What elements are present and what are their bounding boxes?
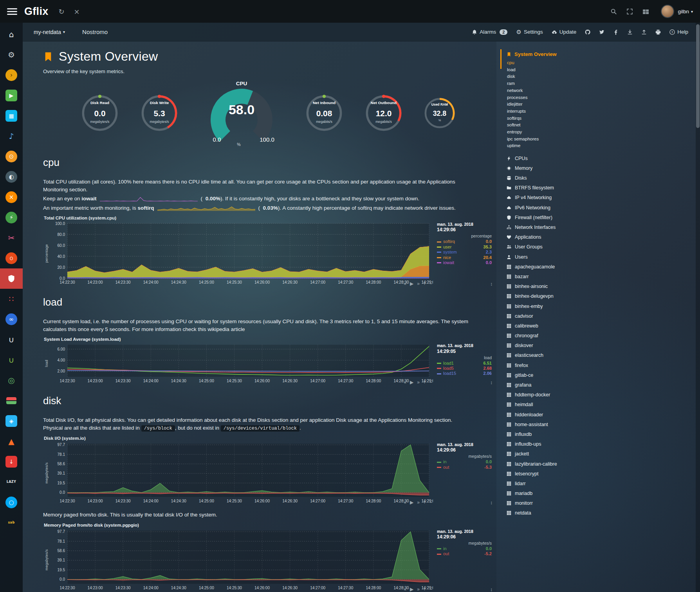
sidebar-app-heimdall-app[interactable]: ◈ xyxy=(0,411,23,431)
menu-item-uptime[interactable]: uptime xyxy=(507,142,592,149)
sidebar-app-search-app[interactable]: ⊙ xyxy=(0,146,23,167)
update-button[interactable]: Update xyxy=(552,29,577,35)
chart-play-button[interactable]: ▶ xyxy=(410,587,413,592)
menu-app-grafana[interactable]: grafana xyxy=(506,380,592,390)
sidebar-app-plex[interactable]: › xyxy=(0,65,23,85)
sidebar-app-app-u-green[interactable]: ∪ xyxy=(0,350,23,370)
menu-app-home-assistant[interactable]: home-assistant xyxy=(506,419,592,429)
menu-app-lidarr[interactable]: lidarr xyxy=(506,479,592,488)
menu-app-letsencrypt[interactable]: letsencrypt xyxy=(506,469,592,479)
menu-app-hiddenloader[interactable]: hiddenloader xyxy=(506,410,592,419)
sidebar-app-app-drop[interactable]: ○ xyxy=(0,492,23,513)
user-avatar[interactable] xyxy=(661,5,674,18)
menu-section-cpus[interactable]: CPUs xyxy=(506,153,592,163)
close-tab-icon[interactable]: × xyxy=(74,7,80,16)
sidebar-app-app-green-bolt[interactable]: ⚡ xyxy=(0,207,23,228)
menu-section-disks[interactable]: Disks xyxy=(506,173,592,183)
refresh-tab-icon[interactable]: ↻ xyxy=(59,7,65,16)
settings-button[interactable]: ⚙ Settings xyxy=(516,29,543,36)
menu-item-entropy[interactable]: entropy xyxy=(507,129,592,136)
chart-zoom-in-button[interactable]: + xyxy=(423,380,426,385)
sidebar-app-portainer[interactable]: ▦ xyxy=(0,106,23,126)
menu-app-cadvisor[interactable]: cadvisor xyxy=(506,311,592,321)
twitter-link[interactable] xyxy=(599,29,604,35)
chart-pan-back-button[interactable]: « xyxy=(404,281,406,286)
menu-item-disk[interactable]: disk xyxy=(507,73,592,80)
menu-item-network[interactable]: network xyxy=(507,87,592,94)
menu-item-ipc-semaphores[interactable]: ipc semaphores xyxy=(507,136,592,143)
menu-app-influxdb-ups[interactable]: influxdb-ups xyxy=(506,439,592,449)
chart-pan-back-button[interactable]: « xyxy=(404,500,406,505)
menu-app-diskover[interactable]: diskover xyxy=(506,341,592,351)
legend-item-out[interactable]: out-5.2 xyxy=(437,551,492,556)
chart-play-button[interactable]: ▶ xyxy=(410,500,413,505)
chart-plot[interactable]: 14:22:3014:23:0014:23:3014:24:0014:24:30… xyxy=(49,528,433,592)
menu-item-cpu[interactable]: cpu xyxy=(507,59,592,67)
hamburger-menu-button[interactable] xyxy=(7,8,17,15)
menu-item-softirqs[interactable]: softirqs xyxy=(507,115,592,122)
cpu-utilization-chart[interactable]: Total CPU utilization (system.cpu)percen… xyxy=(43,216,493,286)
chart-zoom-out-button[interactable]: − xyxy=(429,281,432,286)
sidebar-app-sabnzbd[interactable]: sab xyxy=(0,513,23,533)
sidebar-app-app-scissors[interactable]: ✂ xyxy=(0,228,23,248)
sidebar-app-app-amber-x[interactable]: × xyxy=(0,187,23,207)
menu-item-interrupts[interactable]: interrupts xyxy=(507,108,592,115)
chart-plot[interactable]: 14:22:3014:23:0014:23:3014:24:0014:24:30… xyxy=(49,221,433,286)
menu-app-monitorr[interactable]: monitorr xyxy=(506,498,592,508)
chart-pan-back-button[interactable]: « xyxy=(404,587,406,592)
menu-item-processes[interactable]: processes xyxy=(507,94,592,101)
alarms-button[interactable]: Alarms 2 xyxy=(472,29,507,35)
legend-item-nice[interactable]: nice20.4 xyxy=(437,255,492,260)
chart-zoom-in-button[interactable]: + xyxy=(423,587,426,592)
menu-section-user-groups[interactable]: User Groups xyxy=(506,242,592,252)
menu-app-binhex-delugevpn[interactable]: binhex-delugevpn xyxy=(506,292,592,301)
user-menu[interactable]: gilbn ▾ xyxy=(678,9,693,14)
menu-app-elasticsearch[interactable]: elasticsearch xyxy=(506,351,592,360)
github-link[interactable] xyxy=(585,29,590,35)
menu-item-ram[interactable]: ram xyxy=(507,80,592,87)
menu-app-binhex-emby[interactable]: binhex-emby xyxy=(506,301,592,311)
chart-pan-forward-button[interactable]: » xyxy=(417,587,420,592)
legend-item-system[interactable]: system2.3 xyxy=(437,250,492,255)
sidebar-app-airsonic[interactable]: ♪ xyxy=(0,126,23,146)
search-icon[interactable] xyxy=(610,8,617,15)
menu-app-firefox[interactable]: firefox xyxy=(506,360,592,370)
print-button[interactable] xyxy=(655,29,661,35)
chart-resize-handle[interactable]: ↕ xyxy=(490,281,493,287)
chart-resize-handle[interactable]: ↕ xyxy=(490,380,493,385)
legend-item-load5[interactable]: load52.68 xyxy=(437,366,492,371)
menu-app-influxdb[interactable]: influxdb xyxy=(506,429,592,439)
chart-pan-back-button[interactable]: « xyxy=(404,380,406,385)
page-scrollbar[interactable] xyxy=(696,23,700,592)
menu-section-applications[interactable]: Applications xyxy=(506,232,592,242)
host-selector-dropdown[interactable]: my-netdata ▾ xyxy=(34,29,65,35)
chart-zoom-out-button[interactable]: − xyxy=(429,500,432,505)
menu-section-users[interactable]: Users xyxy=(506,252,592,262)
menu-app-lazylibrarian-calibre[interactable]: lazylibrarian-calibre xyxy=(506,459,592,469)
chart-zoom-out-button[interactable]: − xyxy=(429,587,432,592)
help-button[interactable]: ? Help xyxy=(669,29,688,35)
import-snapshot-button[interactable] xyxy=(641,29,647,35)
scrollbar-thumb[interactable] xyxy=(696,24,700,128)
sidebar-app-app-u-white[interactable]: ∪ xyxy=(0,329,23,350)
legend-item-softirq[interactable]: softirq0.0 xyxy=(437,239,492,244)
load-average-chart[interactable]: System Load Average (system.load)load14:… xyxy=(43,337,493,385)
chart-pan-forward-button[interactable]: » xyxy=(417,281,420,286)
legend-item-in[interactable]: in0.0 xyxy=(437,546,492,551)
menu-item-softnet[interactable]: softnet xyxy=(507,122,592,129)
legend-item-load1[interactable]: load16.51 xyxy=(437,361,492,366)
chart-pan-forward-button[interactable]: » xyxy=(417,380,420,385)
menu-item-load[interactable]: load xyxy=(507,67,592,74)
menu-app-apacheguacamole[interactable]: apacheguacamole xyxy=(506,262,592,272)
sidebar-app-gitlab[interactable]: ▲ xyxy=(0,431,23,452)
chart-zoom-in-button[interactable]: + xyxy=(423,500,426,505)
menu-app-gitlab-ce[interactable]: gitlab-ce xyxy=(506,370,592,380)
chart-plot[interactable]: 14:22:3014:23:0014:23:3014:24:0014:24:30… xyxy=(49,342,433,385)
sidebar-app-app-ring-green[interactable]: ◎ xyxy=(0,370,23,390)
sidebar-app-rutorrent[interactable]: ∷ xyxy=(0,289,23,309)
export-snapshot-button[interactable] xyxy=(627,29,633,35)
memory-paged-chart[interactable]: Memory Paged from/to disk (system.pgpgio… xyxy=(43,523,493,592)
sidebar-app-app-download[interactable]: ↓ xyxy=(0,452,23,472)
menu-app-binhex-airsonic[interactable]: binhex-airsonic xyxy=(506,282,592,292)
menu-app-heimdall[interactable]: heimdall xyxy=(506,400,592,410)
